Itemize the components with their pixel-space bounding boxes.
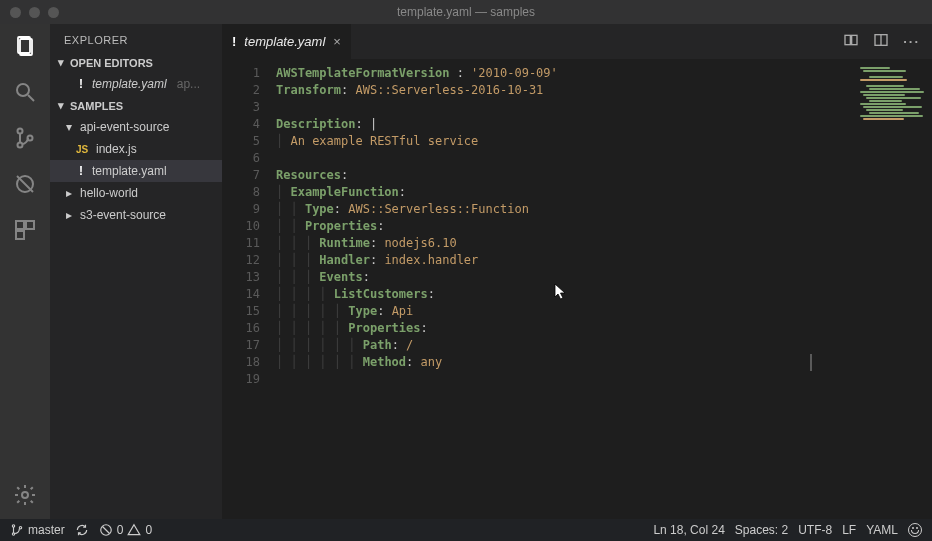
js-file-icon: JS <box>76 144 90 155</box>
split-editor-icon[interactable] <box>873 32 889 51</box>
show-changes-icon[interactable] <box>843 32 859 51</box>
code-line[interactable]: Transform: AWS::Serverless-2016-10-31 <box>274 82 842 99</box>
eol[interactable]: LF <box>842 523 856 537</box>
svg-line-3 <box>28 95 34 101</box>
svg-point-18 <box>12 533 14 535</box>
code-line[interactable]: │ │ Properties: <box>274 218 842 235</box>
minimap[interactable] <box>842 59 932 519</box>
git-branch[interactable]: master <box>10 523 65 537</box>
editor-actions: ··· <box>843 24 932 59</box>
search-icon[interactable] <box>11 78 39 106</box>
folder-name: api-event-source <box>80 120 169 134</box>
activity-bar <box>0 24 50 519</box>
chevron-down-icon: ▾ <box>64 120 74 134</box>
window-title: template.yaml — samples <box>0 5 932 19</box>
folder-label: SAMPLES <box>70 100 123 112</box>
code-line[interactable]: │ │ │ │ │ │ Method: any <box>274 354 842 371</box>
folder-item[interactable]: ▸hello-world <box>50 182 222 204</box>
modified-indicator: ! <box>232 34 236 49</box>
sidebar-title: EXPLORER <box>50 24 222 52</box>
editor-area: ! template.yaml × ··· 123456789101112131… <box>222 24 932 519</box>
open-editors-header[interactable]: ▾ OPEN EDITORS <box>50 52 222 73</box>
svg-rect-9 <box>16 221 24 229</box>
svg-point-2 <box>17 84 29 96</box>
code-line[interactable]: │ An example RESTful service <box>274 133 842 150</box>
tab-template-yaml[interactable]: ! template.yaml × <box>222 24 352 59</box>
feedback-icon[interactable] <box>908 523 922 537</box>
warning-count: 0 <box>145 523 152 537</box>
open-editors-label: OPEN EDITORS <box>70 57 153 69</box>
modified-indicator: ! <box>76 77 86 91</box>
encoding[interactable]: UTF-8 <box>798 523 832 537</box>
code-line[interactable]: │ │ │ Handler: index.handler <box>274 252 842 269</box>
line-number-gutter: 12345678910111213141516171819 <box>222 59 274 519</box>
extensions-icon[interactable] <box>11 216 39 244</box>
folder-header[interactable]: ▾ SAMPLES <box>50 95 222 116</box>
file-item[interactable]: !template.yaml <box>50 160 222 182</box>
code-line[interactable] <box>274 150 842 167</box>
folder-name: s3-event-source <box>80 208 166 222</box>
code-line[interactable] <box>274 371 842 388</box>
open-editor-item[interactable]: !template.yamlap... <box>50 73 222 95</box>
code-line[interactable]: Resources: <box>274 167 842 184</box>
svg-rect-13 <box>845 35 850 44</box>
svg-line-21 <box>102 527 109 534</box>
mouse-cursor-icon <box>554 283 568 306</box>
svg-point-4 <box>18 129 23 134</box>
code-line[interactable]: │ │ │ │ │ │ Path: / <box>274 337 842 354</box>
file-name: template.yaml <box>92 77 167 91</box>
file-item[interactable]: JSindex.js <box>50 138 222 160</box>
svg-point-5 <box>18 143 23 148</box>
titlebar: template.yaml — samples <box>0 0 932 24</box>
svg-rect-11 <box>16 231 24 239</box>
modified-indicator: ! <box>76 164 86 178</box>
svg-point-19 <box>19 527 21 529</box>
chevron-right-icon: ▸ <box>64 208 74 222</box>
svg-rect-10 <box>26 221 34 229</box>
error-count: 0 <box>117 523 124 537</box>
code-line[interactable]: │ │ │ Runtime: nodejs6.10 <box>274 235 842 252</box>
folder-name: hello-world <box>80 186 138 200</box>
sidebar: EXPLORER ▾ OPEN EDITORS !template.yamlap… <box>50 24 222 519</box>
folder-item[interactable]: ▸s3-event-source <box>50 204 222 226</box>
folder-item[interactable]: ▾api-event-source <box>50 116 222 138</box>
tab-close-icon[interactable]: × <box>333 34 341 49</box>
tab-label: template.yaml <box>244 34 325 49</box>
svg-point-12 <box>22 492 28 498</box>
sync-icon[interactable] <box>75 523 89 537</box>
indentation[interactable]: Spaces: 2 <box>735 523 788 537</box>
chevron-down-icon: ▾ <box>56 56 66 69</box>
settings-gear-icon[interactable] <box>11 481 39 509</box>
file-path-hint: ap... <box>177 77 200 91</box>
explorer-icon[interactable] <box>11 32 39 60</box>
problems[interactable]: 0 0 <box>99 523 152 537</box>
code-line[interactable]: AWSTemplateFormatVersion : '2010-09-09' <box>274 65 842 82</box>
more-actions-icon[interactable]: ··· <box>903 34 920 49</box>
status-bar: master 0 0 Ln 18, Col 24 Spaces: 2 UTF-8… <box>0 519 932 541</box>
cursor-position[interactable]: Ln 18, Col 24 <box>653 523 724 537</box>
code-line[interactable]: │ │ │ │ │ Properties: <box>274 320 842 337</box>
svg-point-17 <box>12 525 14 527</box>
code-editor[interactable]: AWSTemplateFormatVersion : '2010-09-09'T… <box>274 59 842 519</box>
chevron-right-icon: ▸ <box>64 186 74 200</box>
chevron-down-icon: ▾ <box>56 99 66 112</box>
svg-rect-14 <box>852 35 857 44</box>
file-name: template.yaml <box>92 164 167 178</box>
code-line[interactable] <box>274 99 842 116</box>
source-control-icon[interactable] <box>11 124 39 152</box>
code-line[interactable]: │ ExampleFunction: <box>274 184 842 201</box>
file-name: index.js <box>96 142 137 156</box>
debug-icon[interactable] <box>11 170 39 198</box>
tabs-bar: ! template.yaml × ··· <box>222 24 932 59</box>
language-mode[interactable]: YAML <box>866 523 898 537</box>
branch-name: master <box>28 523 65 537</box>
code-line[interactable]: Description: | <box>274 116 842 133</box>
code-line[interactable]: │ │ Type: AWS::Serverless::Function <box>274 201 842 218</box>
